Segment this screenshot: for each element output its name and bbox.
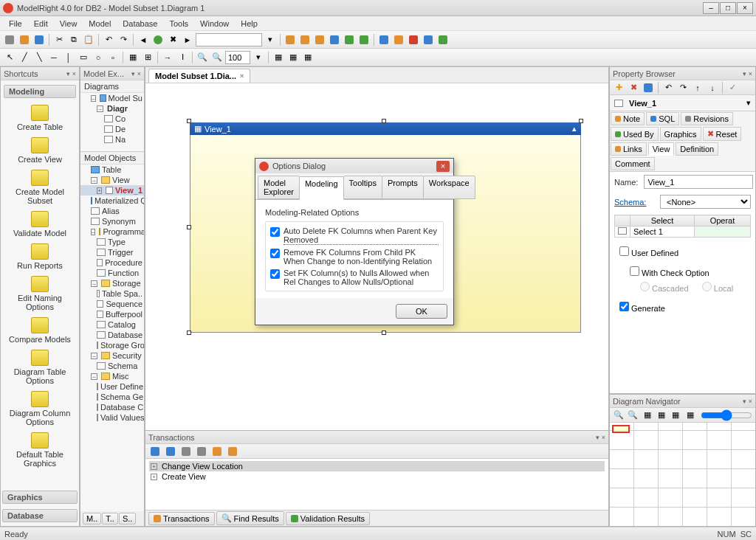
option-set-fk-nulls[interactable]: Set FK Column(s) to Nulls Allowed when R… (270, 267, 439, 288)
me-tab-m[interactable]: M.. (83, 513, 101, 525)
layout3-icon[interactable]: ▦ (301, 51, 315, 64)
view-titlebar[interactable]: ▦ View_1 ▴ (190, 122, 581, 135)
tree-view1[interactable]: +View_1 (80, 185, 144, 195)
shortcut-compare-models[interactable]: Compare Models (2, 314, 78, 347)
note-icon[interactable]: ▫ (106, 51, 120, 64)
tree-sequence[interactable]: Sequence (80, 299, 144, 309)
tree-schema[interactable]: Schema (80, 361, 144, 371)
close-panel-icon[interactable]: × (137, 70, 141, 77)
document-tab[interactable]: Model Subset 1.Dia... × (148, 69, 250, 83)
tree-procedure[interactable]: Procedure (80, 257, 144, 268)
tab-definition[interactable]: Definition (676, 142, 718, 156)
menu-tools[interactable]: Tools (163, 18, 194, 30)
tree-item[interactable]: Na (80, 134, 144, 145)
circle-icon[interactable]: ○ (92, 51, 105, 64)
tree-catalog[interactable]: Catalog (80, 319, 144, 330)
me-tab-s[interactable]: S.. (119, 513, 136, 525)
prop-check-icon[interactable]: ✓ (726, 81, 739, 94)
tree-security[interactable]: –Security (80, 350, 144, 361)
tree-item[interactable]: Co (80, 114, 144, 124)
tool-d-icon[interactable] (422, 33, 435, 46)
tab-view[interactable]: View (648, 142, 675, 156)
nav-grid1-icon[interactable]: ▦ (642, 409, 653, 422)
line4-icon[interactable]: │ (62, 51, 75, 64)
selection-handle[interactable] (382, 119, 386, 123)
shortcut-create-model-subset[interactable]: Create Model Subset (2, 167, 78, 208)
trans-tool3-icon[interactable] (179, 445, 193, 458)
tree-programmability[interactable]: –Programmabi.. (80, 226, 144, 237)
selection-handle[interactable] (187, 330, 191, 335)
tool-rel5-icon[interactable] (343, 33, 356, 46)
tab-sql[interactable]: SQL (646, 112, 679, 125)
tool-rel3-icon[interactable] (313, 33, 326, 46)
prop-undo-icon[interactable]: ↶ (662, 81, 675, 94)
prop-copy-icon[interactable] (642, 81, 655, 94)
user-defined-checkbox[interactable]: User Defined (617, 249, 678, 257)
tab-modeling[interactable]: Modeling (299, 176, 344, 200)
dropdown-icon[interactable]: ▾ (746, 98, 751, 108)
tool-rel4-icon[interactable] (328, 33, 341, 46)
tree-item[interactable]: De (80, 124, 144, 134)
nav-grid4-icon[interactable]: ▦ (684, 409, 696, 422)
close-panel-icon[interactable]: × (749, 70, 752, 77)
shortcuts-group-graphics[interactable]: Graphics (2, 491, 78, 504)
shortcut-run-reports[interactable]: Run Reports (2, 240, 78, 273)
shortcut-create-table[interactable]: Create Table (2, 102, 78, 134)
option-remove-fk-child-pk[interactable]: Remove FK Columns From Child PK When Cha… (270, 246, 439, 267)
selection-handle[interactable] (187, 119, 191, 123)
tree-stogroup[interactable]: Storage Gro (80, 340, 144, 350)
grid-icon[interactable]: ▦ (126, 51, 140, 64)
tree-misc[interactable]: –Misc (80, 371, 144, 381)
forward-icon[interactable]: ► (181, 33, 194, 46)
tree-storage[interactable]: –Storage (80, 278, 144, 288)
pin-icon[interactable]: ▾ (131, 70, 135, 77)
tree-database[interactable]: Database (80, 330, 144, 340)
close-panel-icon[interactable]: × (72, 70, 76, 77)
tree-synonym[interactable]: Synonym (80, 216, 144, 226)
tree-view[interactable]: –View (80, 175, 144, 185)
shortcut-validate-model[interactable]: Validate Model (2, 208, 78, 240)
text-icon[interactable]: Ⅰ (176, 51, 189, 64)
me-tab-t[interactable]: T.. (102, 513, 118, 525)
tab-transactions[interactable]: Transactions (148, 512, 215, 525)
back-icon[interactable]: ◄ (137, 33, 150, 46)
tab-model-explorer[interactable]: Model Explorer (258, 176, 300, 199)
dialog-close-button[interactable]: × (436, 161, 450, 172)
tab-revisions[interactable]: Revisions (681, 112, 733, 125)
navigator-viewport[interactable] (612, 425, 630, 433)
ok-button[interactable]: OK (396, 304, 447, 319)
stop-icon[interactable]: ✖ (166, 33, 179, 46)
tab-workspace[interactable]: Workspace (423, 176, 475, 199)
copy-icon[interactable]: ⧉ (67, 33, 80, 46)
line3-icon[interactable]: ─ (47, 51, 61, 64)
tree-type[interactable]: Type (80, 237, 144, 247)
shortcuts-group-database[interactable]: Database (2, 509, 78, 522)
selection-handle[interactable] (382, 330, 386, 335)
tree-trigger[interactable]: Trigger (80, 247, 144, 257)
search-input[interactable] (196, 33, 262, 46)
menu-file[interactable]: File (3, 18, 28, 30)
layout1-icon[interactable]: ▦ (272, 51, 285, 64)
selection-handle[interactable] (187, 225, 191, 229)
prop-redo-icon[interactable]: ↷ (676, 81, 690, 94)
tab-links[interactable]: Links (611, 142, 647, 156)
tab-validation-results[interactable]: Validation Results (286, 512, 370, 525)
close-panel-icon[interactable]: × (602, 434, 605, 441)
menu-view[interactable]: View (54, 18, 83, 30)
shortcut-diagram-table-options[interactable]: Diagram Table Options (2, 347, 78, 388)
tab-used-by[interactable]: Used By (611, 127, 659, 141)
save-icon[interactable] (32, 33, 46, 46)
tool-c-icon[interactable] (407, 33, 420, 46)
shortcuts-group-modeling[interactable]: Modeling (4, 85, 76, 98)
layout2-icon[interactable]: ▦ (286, 51, 300, 64)
menu-model[interactable]: Model (83, 18, 117, 30)
zoom-dropdown-icon[interactable]: ▾ (252, 51, 265, 64)
shortcut-edit-naming[interactable]: Edit Naming Options (2, 273, 78, 314)
tree-diagram[interactable]: –Diagr (80, 103, 144, 114)
close-panel-icon[interactable]: × (749, 398, 752, 405)
table-row[interactable]: Select 1 (615, 226, 751, 238)
zoom-out-icon[interactable]: 🔍 (210, 51, 224, 64)
tree-matview[interactable]: Materialized Qu (80, 195, 144, 206)
prop-up-icon[interactable]: ↑ (691, 81, 704, 94)
tree-validvals[interactable]: Valid Values (80, 412, 144, 423)
